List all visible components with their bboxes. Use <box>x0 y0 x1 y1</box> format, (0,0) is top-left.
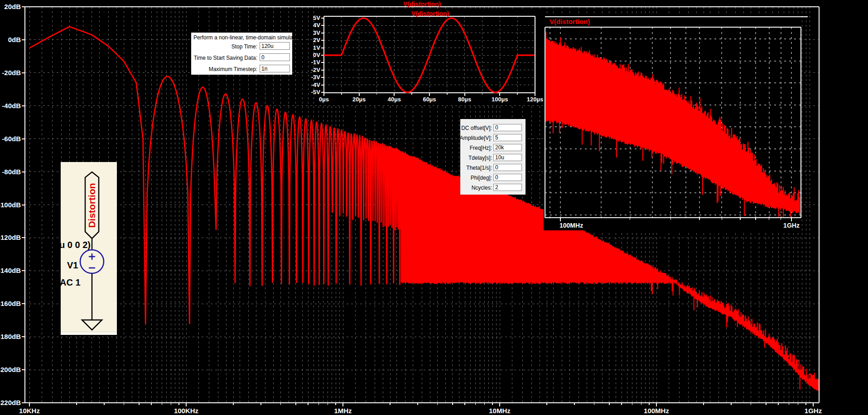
tick-label: 1V <box>313 44 320 51</box>
main-plot-title: V(distortion) <box>403 0 441 8</box>
max-timestep-input[interactable] <box>260 65 290 72</box>
tick-label: -100dB <box>0 201 21 209</box>
tick-label: 5V <box>313 14 320 21</box>
sine-directive-clipped: u 0 0 2) <box>59 240 91 250</box>
freq-inset-title: V(distortion) <box>550 18 590 25</box>
tdelay-label: Tdelay[s]: <box>468 155 492 161</box>
stop-time-label: Stop Time: <box>231 43 257 51</box>
tick-label: -180dB <box>0 333 21 340</box>
start-saving-label: Time to Start Saving Data: <box>194 54 257 62</box>
theta-input[interactable] <box>493 164 522 171</box>
tick-label: 100KHz <box>174 407 198 415</box>
tick-label: 10MHz <box>489 407 511 415</box>
tick-label: 100MHz <box>559 222 583 229</box>
tick-label: -5V <box>311 89 321 95</box>
schematic-pane[interactable]: Distortion u 0 0 2) V1 AC 1 <box>61 162 117 335</box>
waveform-plot-svg[interactable]: 20dB0dB-20dB-40dB-60dB-80dB-100dB-120dB-… <box>0 0 868 415</box>
time-inset-title: V(distortion) <box>411 10 449 17</box>
start-saving-input[interactable] <box>260 53 290 61</box>
net-label-distortion[interactable]: Distortion <box>87 183 97 228</box>
transient-dialog-title: Perform a non-linear, time-domain simula… <box>193 34 290 41</box>
tick-label: -120dB <box>0 234 21 241</box>
tdelay-input[interactable] <box>493 154 522 161</box>
tick-label: 2V <box>313 37 320 43</box>
tick-label: 0V <box>313 52 320 58</box>
tick-label: -40dB <box>2 102 21 110</box>
tick-label: -60dB <box>2 135 21 143</box>
tick-label: -1V <box>311 59 321 66</box>
tick-label: -4V <box>311 81 321 88</box>
phi-input[interactable] <box>493 174 522 181</box>
transient-dialog[interactable]: Perform a non-linear, time-domain simula… <box>191 33 292 75</box>
schematic-scrollbar[interactable] <box>61 332 117 335</box>
tick-label: 20µs <box>352 96 366 103</box>
amplitude-input[interactable] <box>493 134 522 141</box>
tick-label: 40µs <box>388 96 401 103</box>
phi-label: Phi[deg]: <box>471 175 492 181</box>
ncycles-label: Ncycles: <box>472 185 492 191</box>
max-timestep-label: Maximum Timestep: <box>209 66 257 73</box>
tick-label: -2V <box>311 67 321 73</box>
tick-label: -140dB <box>0 267 21 274</box>
tick-label: 1GHz <box>783 222 800 229</box>
dc-offset-label: DC offset[V]: <box>461 125 492 131</box>
tick-label: 10KHz <box>19 407 40 415</box>
tick-label: 1GHz <box>805 407 822 415</box>
tick-label: 100µs <box>492 96 508 103</box>
time-inset-pane[interactable]: 5V4V3V2V1V0V-1V-2V-3V-4V-5V0µs20µs40µs60… <box>311 9 544 105</box>
tick-label: -200dB <box>0 366 21 373</box>
tick-label: 3V <box>313 29 320 36</box>
tick-label: -20dB <box>2 69 21 76</box>
freq-label: Freq[Hz]: <box>470 145 492 151</box>
ac-directive[interactable]: AC 1 <box>60 277 81 288</box>
ltspice-window: 20dB0dB-20dB-40dB-60dB-80dB-100dB-120dB-… <box>0 0 868 415</box>
tick-label: 4V <box>313 22 320 29</box>
tick-label: 0dB <box>8 36 21 43</box>
freq-inset-pane[interactable]: 100MHz1GHz <box>544 14 808 230</box>
theta-label: Theta[1/s]: <box>466 165 492 171</box>
ncycles-input[interactable] <box>493 184 522 191</box>
ground-icon[interactable] <box>82 320 102 330</box>
tick-label: 60µs <box>423 96 436 103</box>
amplitude-label: Amplitude[V]: <box>460 135 492 141</box>
tick-label: -80dB <box>2 168 21 176</box>
designator-v1[interactable]: V1 <box>67 260 78 271</box>
source-circle[interactable] <box>80 250 104 273</box>
tick-label: 120µs <box>527 96 543 103</box>
tick-label: 0µs <box>319 96 329 103</box>
tick-label: 20dB <box>4 3 21 10</box>
tick-label: -160dB <box>0 300 21 307</box>
sine-params-panel[interactable]: DC offset[V]: Amplitude[V]: Freq[Hz]: Td… <box>460 119 526 195</box>
tick-label: -220dB <box>0 399 21 406</box>
tick-label: -3V <box>311 74 321 81</box>
tick-label: 1MHz <box>334 407 352 415</box>
freq-input[interactable] <box>493 144 522 151</box>
stop-time-input[interactable] <box>260 42 290 50</box>
tick-label: 100MHz <box>644 407 669 415</box>
tick-label: 80µs <box>458 96 471 103</box>
dc-offset-input[interactable] <box>493 124 522 131</box>
